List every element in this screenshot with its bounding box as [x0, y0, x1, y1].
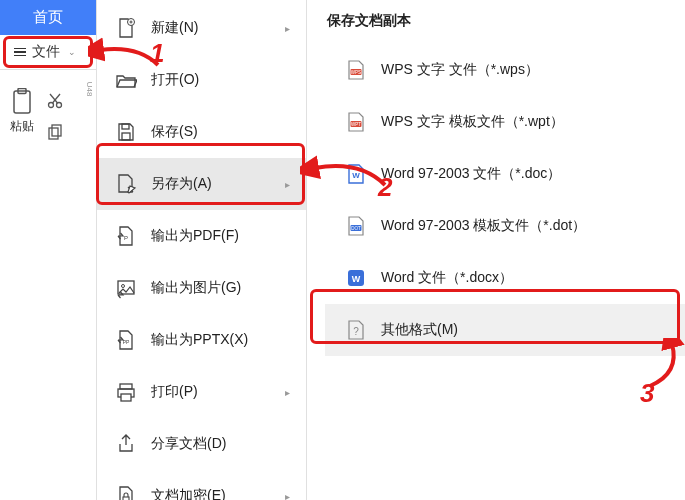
cut-icon[interactable] [46, 92, 64, 113]
menu-new[interactable]: 新建(N) ▸ [97, 2, 306, 54]
chevron-down-icon: ⌄ [68, 47, 76, 57]
menu-new-label: 新建(N) [151, 19, 198, 37]
svg-text:W: W [352, 171, 360, 180]
copy-icon[interactable] [46, 123, 64, 144]
svg-text:WPS: WPS [351, 70, 361, 75]
share-icon [115, 433, 137, 455]
wps-file-icon: WPS [345, 59, 367, 81]
wpt-file-icon: WPT [345, 111, 367, 133]
svg-point-2 [49, 103, 54, 108]
svg-rect-7 [52, 125, 61, 136]
tab-home-label: 首页 [33, 8, 63, 27]
menu-saveas-label: 另存为(A) [151, 175, 212, 193]
save-icon [115, 121, 137, 143]
chevron-right-icon: ▸ [285, 179, 290, 190]
paste-label: 粘贴 [10, 118, 34, 135]
paste-button[interactable]: 粘贴 [10, 88, 34, 135]
format-other-label: 其他格式(M) [381, 321, 458, 339]
menu-pdf[interactable]: P 输出为PDF(F) [97, 210, 306, 262]
svg-rect-17 [120, 384, 132, 389]
format-dot-label: Word 97-2003 模板文件（*.dot） [381, 217, 586, 235]
format-dot[interactable]: DOT Word 97-2003 模板文件（*.dot） [327, 200, 685, 252]
dot-file-icon: DOT [345, 215, 367, 237]
format-wps[interactable]: WPS WPS 文字 文件（*.wps） [327, 44, 685, 96]
format-docx-label: Word 文件（*.docx） [381, 269, 513, 287]
image-icon [115, 277, 137, 299]
menu-pdf-label: 输出为PDF(F) [151, 227, 239, 245]
vertical-label: U48 [85, 82, 94, 97]
svg-text:DOT: DOT [351, 226, 361, 231]
other-format-icon: ? [345, 319, 367, 341]
format-other[interactable]: ? 其他格式(M) [325, 304, 685, 356]
file-menu-label: 文件 [32, 43, 60, 61]
svg-text:P: P [124, 235, 128, 241]
svg-rect-11 [122, 124, 129, 129]
pptx-icon: PP [115, 329, 137, 351]
menu-pptx[interactable]: PP 输出为PPTX(X) [97, 314, 306, 366]
doc-file-icon: W [345, 163, 367, 185]
tab-home[interactable]: 首页 [0, 0, 96, 35]
menu-share-label: 分享文档(D) [151, 435, 226, 453]
chevron-right-icon: ▸ [285, 387, 290, 398]
svg-rect-12 [122, 133, 130, 140]
menu-save[interactable]: 保存(S) [97, 106, 306, 158]
menu-saveas[interactable]: 另存为(A) ▸ [97, 158, 306, 210]
pdf-icon: P [115, 225, 137, 247]
svg-text:PP: PP [123, 339, 130, 345]
folder-open-icon [115, 69, 137, 91]
menu-print[interactable]: 打印(P) ▸ [97, 366, 306, 418]
menu-encrypt[interactable]: 文档加密(E) ▸ [97, 470, 306, 500]
svg-text:W: W [352, 274, 361, 284]
saveas-icon [115, 173, 137, 195]
format-docx[interactable]: W Word 文件（*.docx） [327, 252, 685, 304]
menu-pptx-label: 输出为PPTX(X) [151, 331, 248, 349]
format-wps-label: WPS 文字 文件（*.wps） [381, 61, 539, 79]
svg-rect-19 [121, 394, 131, 401]
menu-image[interactable]: 输出为图片(G) [97, 262, 306, 314]
menu-open-label: 打开(O) [151, 71, 199, 89]
format-wpt-label: WPS 文字 模板文件（*.wpt） [381, 113, 564, 131]
new-file-icon [115, 17, 137, 39]
svg-point-3 [57, 103, 62, 108]
print-icon [115, 381, 137, 403]
docx-file-icon: W [345, 267, 367, 289]
menu-share[interactable]: 分享文档(D) [97, 418, 306, 470]
svg-rect-6 [49, 128, 58, 139]
menu-image-label: 输出为图片(G) [151, 279, 241, 297]
menu-print-label: 打印(P) [151, 383, 198, 401]
format-doc-label: Word 97-2003 文件（*.doc） [381, 165, 561, 183]
hamburger-icon [14, 48, 26, 57]
chevron-right-icon: ▸ [285, 491, 290, 501]
chevron-right-icon: ▸ [285, 23, 290, 34]
format-wpt[interactable]: WPT WPS 文字 模板文件（*.wpt） [327, 96, 685, 148]
clipboard-icon [10, 88, 34, 116]
svg-point-15 [122, 285, 125, 288]
menu-open[interactable]: 打开(O) [97, 54, 306, 106]
lock-icon [115, 485, 137, 500]
menu-save-label: 保存(S) [151, 123, 198, 141]
format-doc[interactable]: W Word 97-2003 文件（*.doc） [327, 148, 685, 200]
file-menu-button[interactable]: 文件 ⌄ [0, 35, 96, 70]
svg-rect-0 [14, 91, 30, 113]
submenu-title: 保存文档副本 [327, 12, 685, 30]
svg-text:WPT: WPT [351, 122, 361, 127]
svg-text:?: ? [353, 326, 359, 337]
menu-encrypt-label: 文档加密(E) [151, 487, 226, 500]
